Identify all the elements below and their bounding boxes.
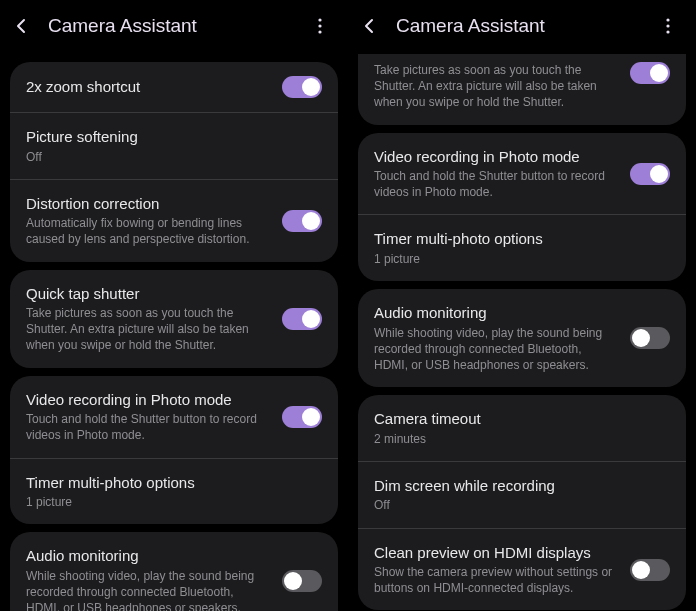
setting-timer-multi-photo[interactable]: Timer multi-photo options 1 picture xyxy=(10,458,338,525)
row-text: Timer multi-photo options 1 picture xyxy=(26,473,322,511)
row-text: Take pictures as soon as you touch the S… xyxy=(374,62,618,111)
setting-zoom-shortcut[interactable]: 2x zoom shortcut xyxy=(10,62,338,112)
setting-timer-multi-photo[interactable]: Timer multi-photo options 1 picture xyxy=(358,214,686,281)
row-desc: Take pictures as soon as you touch the S… xyxy=(374,62,618,111)
settings-group: Take pictures as soon as you touch the S… xyxy=(358,54,686,125)
row-text: Video recording in Photo mode Touch and … xyxy=(374,147,618,201)
settings-group: Audio monitoring While shooting video, p… xyxy=(358,289,686,387)
more-icon xyxy=(318,18,322,34)
settings-group: Video recording in Photo mode Touch and … xyxy=(10,376,338,525)
row-desc: 2 minutes xyxy=(374,431,670,447)
row-desc: While shooting video, play the sound bei… xyxy=(26,568,270,611)
header: Camera Assistant xyxy=(0,0,348,52)
setting-clean-preview-hdmi[interactable]: Clean preview on HDMI displays Show the … xyxy=(358,528,686,611)
row-text: Audio monitoring While shooting video, p… xyxy=(26,546,270,611)
back-button[interactable] xyxy=(12,16,32,36)
row-title: Quick tap shutter xyxy=(26,284,270,304)
row-title: Audio monitoring xyxy=(26,546,270,566)
row-title: 2x zoom shortcut xyxy=(26,77,270,97)
row-desc: Automatically fix bowing or bending line… xyxy=(26,215,270,247)
row-title: Timer multi-photo options xyxy=(26,473,322,493)
row-title: Video recording in Photo mode xyxy=(26,390,270,410)
setting-picture-softening[interactable]: Picture softening Off xyxy=(10,112,338,179)
row-title: Clean preview on HDMI displays xyxy=(374,543,618,563)
toggle-switch[interactable] xyxy=(630,62,670,84)
row-title: Timer multi-photo options xyxy=(374,229,670,249)
toggle-switch[interactable] xyxy=(282,76,322,98)
settings-group: Audio monitoring While shooting video, p… xyxy=(10,532,338,611)
page-title: Camera Assistant xyxy=(396,15,640,37)
toggle-switch[interactable] xyxy=(630,559,670,581)
setting-camera-timeout[interactable]: Camera timeout 2 minutes xyxy=(358,395,686,461)
row-text: Clean preview on HDMI displays Show the … xyxy=(374,543,618,597)
toggle-switch[interactable] xyxy=(282,570,322,592)
row-title: Audio monitoring xyxy=(374,303,618,323)
row-desc: Show the camera preview without settings… xyxy=(374,564,618,596)
row-desc: Touch and hold the Shutter button to rec… xyxy=(26,411,270,443)
left-panel: Camera Assistant 2x zoom shortcut Pictur… xyxy=(0,0,348,611)
svg-point-3 xyxy=(666,18,669,21)
row-text: Quick tap shutter Take pictures as soon … xyxy=(26,284,270,354)
toggle-switch[interactable] xyxy=(282,308,322,330)
page-title: Camera Assistant xyxy=(48,15,292,37)
row-text: Audio monitoring While shooting video, p… xyxy=(374,303,618,373)
row-desc: 1 picture xyxy=(374,251,670,267)
more-button[interactable] xyxy=(656,14,680,38)
more-icon xyxy=(666,18,670,34)
back-button[interactable] xyxy=(360,16,380,36)
row-desc: Off xyxy=(26,149,322,165)
row-text: Video recording in Photo mode Touch and … xyxy=(26,390,270,444)
svg-point-1 xyxy=(318,24,321,27)
row-desc: Touch and hold the Shutter button to rec… xyxy=(374,168,618,200)
setting-dim-screen-recording[interactable]: Dim screen while recording Off xyxy=(358,461,686,528)
setting-video-recording-photo-mode[interactable]: Video recording in Photo mode Touch and … xyxy=(10,376,338,458)
setting-quick-tap-shutter[interactable]: Quick tap shutter Take pictures as soon … xyxy=(10,270,338,368)
setting-quick-tap-shutter-continued[interactable]: Take pictures as soon as you touch the S… xyxy=(358,54,686,125)
settings-group: Quick tap shutter Take pictures as soon … xyxy=(10,270,338,368)
settings-group: Camera timeout 2 minutes Dim screen whil… xyxy=(358,395,686,610)
row-title: Video recording in Photo mode xyxy=(374,147,618,167)
content: Take pictures as soon as you touch the S… xyxy=(348,52,696,610)
row-text: Timer multi-photo options 1 picture xyxy=(374,229,670,267)
row-text: Distortion correction Automatically fix … xyxy=(26,194,270,248)
setting-audio-monitoring[interactable]: Audio monitoring While shooting video, p… xyxy=(10,532,338,611)
setting-video-recording-photo-mode[interactable]: Video recording in Photo mode Touch and … xyxy=(358,133,686,215)
toggle-switch[interactable] xyxy=(630,163,670,185)
back-icon xyxy=(14,18,30,34)
row-desc: While shooting video, play the sound bei… xyxy=(374,325,618,374)
content: 2x zoom shortcut Picture softening Off D… xyxy=(0,52,348,611)
toggle-switch[interactable] xyxy=(282,210,322,232)
row-desc: Take pictures as soon as you touch the S… xyxy=(26,305,270,354)
row-text: Picture softening Off xyxy=(26,127,322,165)
row-title: Dim screen while recording xyxy=(374,476,670,496)
svg-point-4 xyxy=(666,24,669,27)
setting-distortion-correction[interactable]: Distortion correction Automatically fix … xyxy=(10,179,338,262)
more-button[interactable] xyxy=(308,14,332,38)
toggle-switch[interactable] xyxy=(630,327,670,349)
row-text: 2x zoom shortcut xyxy=(26,77,270,97)
row-title: Camera timeout xyxy=(374,409,670,429)
row-text: Dim screen while recording Off xyxy=(374,476,670,514)
settings-group: 2x zoom shortcut Picture softening Off D… xyxy=(10,62,338,262)
svg-point-0 xyxy=(318,18,321,21)
row-desc: Off xyxy=(374,497,670,513)
row-title: Picture softening xyxy=(26,127,322,147)
settings-group: Video recording in Photo mode Touch and … xyxy=(358,133,686,282)
row-desc: 1 picture xyxy=(26,494,322,510)
toggle-switch[interactable] xyxy=(282,406,322,428)
svg-point-2 xyxy=(318,30,321,33)
header: Camera Assistant xyxy=(348,0,696,52)
row-title: Distortion correction xyxy=(26,194,270,214)
setting-audio-monitoring[interactable]: Audio monitoring While shooting video, p… xyxy=(358,289,686,387)
right-panel: Camera Assistant Take pictures as soon a… xyxy=(348,0,696,611)
row-text: Camera timeout 2 minutes xyxy=(374,409,670,447)
svg-point-5 xyxy=(666,30,669,33)
back-icon xyxy=(362,18,378,34)
